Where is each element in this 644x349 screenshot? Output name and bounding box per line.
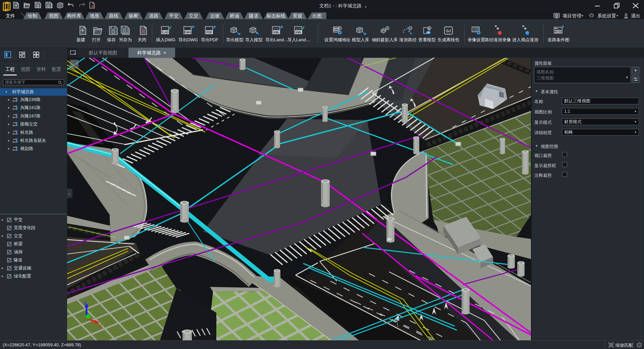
svg-text:X: X bbox=[99, 323, 102, 329]
svg-text:CAD: CAD bbox=[162, 31, 168, 34]
svg-text:XML: XML bbox=[273, 31, 279, 34]
svg-text:PDF: PDF bbox=[207, 31, 212, 34]
svg-text:</>: </> bbox=[296, 27, 301, 30]
svg-text:</>: </> bbox=[274, 27, 279, 30]
svg-text:Y: Y bbox=[90, 309, 93, 314]
svg-text:ROAD: ROAD bbox=[555, 31, 562, 33]
svg-text:DWG: DWG bbox=[184, 31, 192, 34]
svg-text:Z: Z bbox=[84, 300, 87, 305]
svg-text:GJ: GJ bbox=[446, 29, 451, 33]
svg-text:‹: ‹ bbox=[68, 192, 70, 196]
svg-text:XML: XML bbox=[296, 31, 302, 34]
